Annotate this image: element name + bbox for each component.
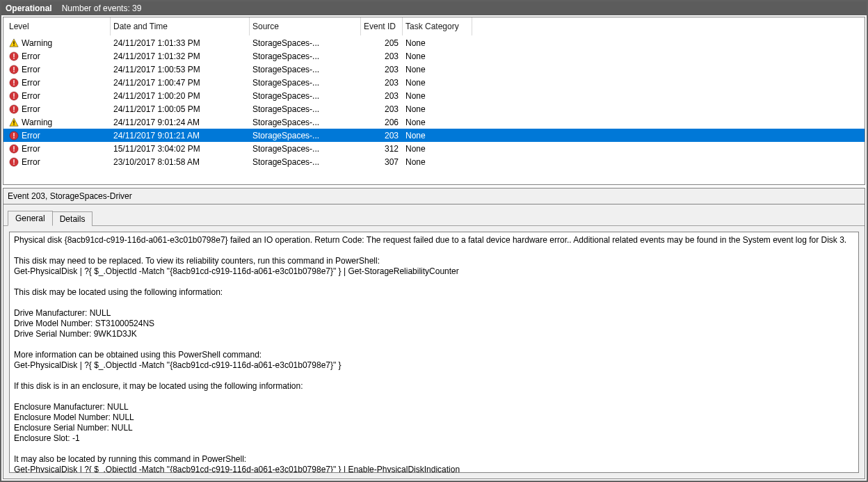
- svg-rect-17: [13, 111, 14, 112]
- svg-rect-19: [13, 120, 14, 123]
- event-level: Error: [22, 78, 40, 88]
- event-source: StorageSpaces-...: [250, 91, 361, 101]
- event-id: 203: [361, 65, 403, 74]
- event-row[interactable]: Error24/11/2017 1:00:20 PMStorageSpaces-…: [3, 89, 865, 102]
- event-id: 307: [361, 157, 403, 167]
- svg-rect-2: [13, 45, 14, 45]
- svg-rect-10: [13, 80, 14, 83]
- error-icon: [9, 131, 19, 140]
- event-source: StorageSpaces-...: [250, 38, 361, 48]
- event-level: Error: [22, 144, 40, 154]
- svg-rect-8: [13, 71, 14, 72]
- event-datetime: 24/11/2017 1:01:32 PM: [111, 51, 250, 61]
- event-id: 203: [361, 91, 403, 101]
- event-row[interactable]: Error23/10/2017 8:01:58 AMStorageSpaces-…: [3, 155, 865, 168]
- event-id: 203: [361, 51, 403, 61]
- event-id: 206: [361, 118, 403, 127]
- svg-rect-29: [13, 163, 14, 165]
- event-source: StorageSpaces-...: [250, 131, 361, 140]
- error-icon: [9, 104, 19, 114]
- event-datetime: 24/11/2017 1:00:05 PM: [111, 104, 250, 114]
- event-row[interactable]: Warning24/11/2017 1:01:33 PMStorageSpace…: [3, 36, 865, 49]
- svg-rect-5: [13, 58, 14, 59]
- error-icon: [9, 144, 19, 154]
- svg-rect-4: [13, 54, 14, 57]
- event-task: None: [403, 104, 472, 114]
- event-detail-pane: General Details Physical disk {8acb91cd-…: [3, 204, 865, 479]
- event-source: StorageSpaces-...: [250, 78, 361, 88]
- svg-rect-16: [13, 106, 14, 110]
- event-source: StorageSpaces-...: [250, 51, 361, 61]
- event-datetime: 24/11/2017 1:00:20 PM: [111, 91, 250, 101]
- event-task: None: [403, 157, 472, 167]
- col-header-level[interactable]: Level: [6, 17, 111, 35]
- event-level: Error: [22, 157, 40, 167]
- event-id: 203: [361, 131, 403, 140]
- event-datetime: 24/11/2017 1:00:47 PM: [111, 78, 250, 88]
- event-row[interactable]: Error24/11/2017 9:01:21 AMStorageSpaces-…: [3, 129, 865, 142]
- event-row[interactable]: Error24/11/2017 1:00:47 PMStorageSpaces-…: [3, 76, 865, 89]
- event-source: StorageSpaces-...: [250, 144, 361, 154]
- event-id: 312: [361, 144, 403, 154]
- event-list: Level Date and Time Source Event ID Task…: [3, 17, 865, 185]
- event-row[interactable]: Error24/11/2017 1:01:32 PMStorageSpaces-…: [3, 49, 865, 63]
- warning-icon: [9, 118, 19, 127]
- svg-rect-11: [13, 84, 14, 86]
- event-task: None: [403, 131, 472, 140]
- event-level: Error: [22, 91, 40, 101]
- event-id: 203: [361, 78, 403, 88]
- event-list-header[interactable]: Level Date and Time Source Event ID Task…: [3, 17, 865, 36]
- event-datetime: 15/11/2017 3:04:02 PM: [111, 144, 250, 154]
- event-detail-header: Event 203, StorageSpaces-Driver: [3, 188, 865, 204]
- svg-rect-22: [13, 133, 14, 136]
- svg-rect-26: [13, 150, 14, 152]
- event-level: Error: [22, 131, 40, 140]
- event-level: Warning: [22, 38, 52, 48]
- event-level: Warning: [22, 118, 52, 127]
- log-titlebar: Operational Number of events: 39: [1, 1, 867, 15]
- tab-general[interactable]: General: [8, 211, 53, 226]
- event-task: None: [403, 91, 472, 101]
- event-id: 205: [361, 38, 403, 48]
- tab-details[interactable]: Details: [52, 211, 93, 226]
- event-datetime: 24/11/2017 9:01:24 AM: [111, 118, 250, 127]
- event-level: Error: [22, 104, 40, 114]
- event-id: 203: [361, 104, 403, 114]
- col-header-task[interactable]: Task Category: [403, 17, 472, 35]
- svg-rect-20: [13, 124, 14, 124]
- col-header-source[interactable]: Source: [250, 17, 361, 35]
- error-icon: [9, 157, 19, 167]
- col-header-eventid[interactable]: Event ID: [361, 17, 403, 35]
- event-datetime: 24/11/2017 1:00:53 PM: [111, 65, 250, 74]
- svg-rect-1: [13, 41, 14, 44]
- svg-rect-7: [13, 67, 14, 70]
- event-viewer-pane: Operational Number of events: 39 Level D…: [0, 0, 868, 482]
- svg-rect-25: [13, 146, 14, 150]
- event-row[interactable]: Error24/11/2017 1:00:53 PMStorageSpaces-…: [3, 63, 865, 76]
- event-row[interactable]: Warning24/11/2017 9:01:24 AMStorageSpace…: [3, 115, 865, 129]
- event-row[interactable]: Error24/11/2017 1:00:05 PMStorageSpaces-…: [3, 102, 865, 115]
- detail-tabbar: General Details: [3, 204, 865, 226]
- svg-rect-28: [13, 159, 14, 163]
- event-level: Error: [22, 65, 40, 74]
- event-task: None: [403, 118, 472, 127]
- svg-rect-13: [13, 93, 14, 97]
- event-detail-body[interactable]: Physical disk {8acb91cd-c919-116d-a061-e…: [9, 232, 859, 473]
- event-row[interactable]: Error15/11/2017 3:04:02 PMStorageSpaces-…: [3, 142, 865, 155]
- event-source: StorageSpaces-...: [250, 118, 361, 127]
- event-level: Error: [22, 51, 40, 61]
- event-datetime: 23/10/2017 8:01:58 AM: [111, 157, 250, 167]
- event-source: StorageSpaces-...: [250, 65, 361, 74]
- event-list-scroll[interactable]: Level Date and Time Source Event ID Task…: [3, 17, 865, 184]
- event-datetime: 24/11/2017 1:01:33 PM: [111, 38, 250, 48]
- error-icon: [9, 78, 19, 88]
- warning-icon: [9, 38, 19, 48]
- error-icon: [9, 51, 19, 61]
- event-task: None: [403, 38, 472, 48]
- event-task: None: [403, 78, 472, 88]
- error-icon: [9, 91, 19, 101]
- event-task: None: [403, 65, 472, 74]
- event-task: None: [403, 51, 472, 61]
- event-count: Number of events: 39: [62, 1, 142, 15]
- col-header-datetime[interactable]: Date and Time: [111, 17, 250, 35]
